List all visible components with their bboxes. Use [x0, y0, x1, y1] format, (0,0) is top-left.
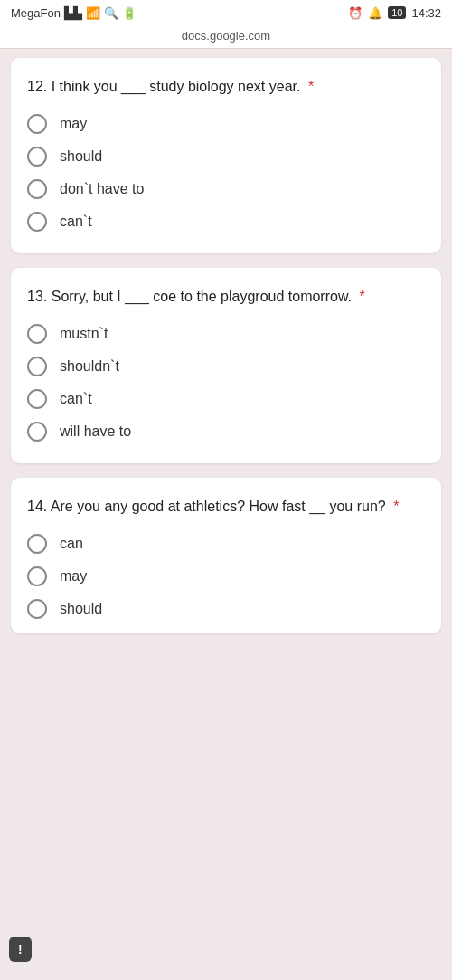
option-12-b[interactable]: should: [27, 147, 425, 167]
option-12-a[interactable]: may: [27, 114, 425, 134]
option-label-13-d: will have to: [60, 423, 131, 440]
option-13-d[interactable]: will have to: [27, 422, 425, 442]
option-label-12-b: should: [60, 148, 102, 165]
question-body-13: Sorry, but I ___ coe to the playgroud to…: [52, 289, 352, 304]
search-icon: 🔍: [104, 6, 118, 20]
content-area: 12. I think you ___ study biology next y…: [0, 49, 452, 642]
option-13-c[interactable]: can`t: [27, 389, 425, 409]
question-number-12: 12.: [27, 79, 47, 94]
option-12-c[interactable]: don`t have to: [27, 179, 425, 199]
radio-12-c[interactable]: [27, 179, 47, 199]
notification-icon: 🔔: [368, 6, 382, 20]
signal-icon: ▙▙: [64, 6, 82, 20]
carrier-name: MegaFon: [11, 6, 61, 20]
radio-14-b[interactable]: [27, 566, 47, 586]
options-list-13: mustn`t shouldn`t can`t will have to: [27, 324, 425, 442]
question-number-14: 14.: [27, 499, 47, 514]
option-label-12-d: can`t: [60, 214, 92, 230]
question-number-13: 13.: [27, 289, 47, 304]
alarm-icon: ⏰: [348, 6, 363, 20]
option-label-13-b: shouldn`t: [60, 358, 119, 375]
options-list-12: may should don`t have to can`t: [27, 114, 425, 232]
option-14-a[interactable]: can: [27, 534, 425, 554]
radio-13-a[interactable]: [27, 324, 47, 344]
question-text-14: 14. Are you any good at athletics? How f…: [27, 496, 425, 518]
url-text: docs.google.com: [182, 29, 270, 43]
radio-12-a[interactable]: [27, 114, 47, 134]
option-12-d[interactable]: can`t: [27, 212, 425, 232]
option-label-14-c: should: [60, 601, 102, 617]
battery-icon: 🔋: [122, 6, 137, 20]
status-bar: MegaFon ▙▙ 📶 🔍 🔋 ⏰ 🔔 10 14:32: [0, 0, 452, 25]
radio-12-d[interactable]: [27, 212, 47, 232]
carrier-info: MegaFon ▙▙ 📶 🔍 🔋: [11, 6, 137, 20]
required-star-12: *: [308, 79, 314, 94]
option-label-14-b: may: [60, 568, 87, 585]
question-card-12: 12. I think you ___ study biology next y…: [11, 58, 441, 253]
radio-13-b[interactable]: [27, 357, 47, 376]
option-label-12-a: may: [60, 116, 87, 132]
radio-14-c[interactable]: [27, 599, 47, 619]
question-text-12: 12. I think you ___ study biology next y…: [27, 76, 425, 98]
battery-percent: 10: [388, 6, 406, 19]
option-label-13-c: can`t: [60, 391, 92, 407]
option-label-12-c: don`t have to: [60, 181, 144, 197]
wifi-icon: 📶: [86, 6, 100, 20]
option-13-b[interactable]: shouldn`t: [27, 357, 425, 376]
required-star-13: *: [359, 289, 364, 304]
option-13-a[interactable]: mustn`t: [27, 324, 425, 344]
required-star-14: *: [393, 499, 399, 514]
option-label-13-a: mustn`t: [60, 326, 108, 342]
system-icons: ⏰ 🔔 10 14:32: [348, 6, 441, 20]
question-body-14: Are you any good at athletics? How fast …: [51, 499, 386, 514]
radio-12-b[interactable]: [27, 147, 47, 167]
radio-14-a[interactable]: [27, 534, 47, 554]
url-bar: docs.google.com: [0, 25, 452, 49]
radio-13-d[interactable]: [27, 422, 47, 442]
question-body-12: I think you ___ study biology next year.: [52, 79, 301, 94]
option-14-b[interactable]: may: [27, 566, 425, 586]
question-card-14: 14. Are you any good at athletics? How f…: [11, 478, 441, 633]
option-14-c[interactable]: should: [27, 599, 425, 619]
clock: 14:32: [411, 6, 441, 20]
question-card-13: 13. Sorry, but I ___ coe to the playgrou…: [11, 268, 441, 463]
option-label-14-a: can: [60, 536, 83, 552]
radio-13-c[interactable]: [27, 389, 47, 409]
question-text-13: 13. Sorry, but I ___ coe to the playgrou…: [27, 286, 425, 308]
options-list-14: can may should: [27, 534, 425, 619]
feedback-label: !: [18, 942, 23, 956]
feedback-bubble[interactable]: !: [9, 937, 32, 962]
